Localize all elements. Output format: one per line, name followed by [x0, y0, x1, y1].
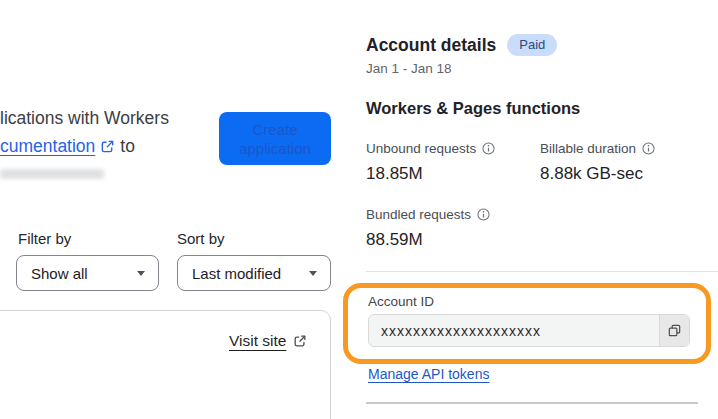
stat-billable-duration: Billable duration 8.88k GB-sec [540, 141, 710, 184]
bottom-divider [366, 402, 698, 404]
functions-section-title: Workers & Pages functions [366, 99, 580, 118]
manage-api-tokens-link[interactable]: Manage API tokens [368, 366, 489, 382]
section-divider [366, 271, 718, 272]
stat-value: 18.85M [366, 164, 536, 184]
stat-value: 88.59M [366, 230, 536, 250]
account-details-header: Account details Paid [366, 34, 557, 56]
intro-text-after-link: to [120, 136, 135, 157]
visit-site-row: Visit site [229, 332, 307, 350]
stat-label: Unbound requests [366, 141, 476, 156]
copy-button[interactable] [659, 315, 689, 346]
documentation-link[interactable]: cumentation [0, 136, 95, 157]
sort-dropdown[interactable]: Last modified [177, 255, 331, 291]
plan-badge: Paid [507, 34, 557, 56]
account-id-field [368, 314, 690, 347]
create-application-button[interactable]: Create application [219, 112, 331, 165]
info-icon[interactable] [477, 208, 490, 221]
sort-dropdown-value: Last modified [192, 265, 281, 282]
account-id-input[interactable] [369, 315, 659, 346]
info-icon[interactable] [642, 142, 655, 155]
stat-label: Billable duration [540, 141, 636, 156]
project-card [0, 310, 331, 419]
external-link-icon [293, 334, 307, 348]
filter-dropdown[interactable]: Show all [16, 255, 159, 291]
filter-by-label: Filter by [18, 230, 71, 247]
info-icon[interactable] [482, 142, 495, 155]
faded-text-artifact [0, 169, 104, 179]
stat-unbound-requests: Unbound requests 18.85M [366, 141, 536, 184]
stat-bundled-requests: Bundled requests 88.59M [366, 207, 536, 250]
stat-label: Bundled requests [366, 207, 471, 222]
intro-text-line2: cumentation to [0, 136, 135, 157]
visit-site-link[interactable]: Visit site [229, 332, 286, 350]
caret-down-icon [309, 271, 317, 276]
account-id-label: Account ID [368, 294, 434, 309]
copy-icon [667, 323, 682, 338]
account-details-title: Account details [366, 35, 496, 56]
external-link-icon [100, 139, 115, 154]
sort-by-label: Sort by [177, 230, 225, 247]
stat-value: 8.88k GB-sec [540, 164, 710, 184]
caret-down-icon [137, 271, 145, 276]
filter-dropdown-value: Show all [31, 265, 88, 282]
intro-text-line1: lications with Workers [0, 108, 169, 129]
date-range: Jan 1 - Jan 18 [366, 61, 452, 76]
